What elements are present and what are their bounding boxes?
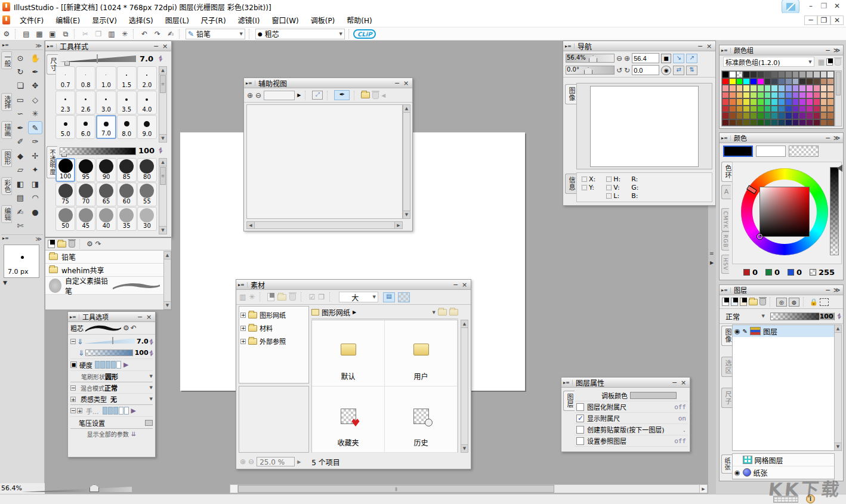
swatch-3-13[interactable]: [813, 92, 820, 99]
chevron-double-down-icon[interactable]: ⇊: [131, 431, 136, 437]
swatch-3-15[interactable]: [827, 92, 834, 99]
sv-cursor[interactable]: [757, 234, 762, 239]
nav-rotate-input[interactable]: [632, 65, 659, 75]
swatch-6-5[interactable]: [757, 112, 764, 119]
layers-titlebar[interactable]: ▸≡ 图层 − ≫: [720, 285, 843, 295]
opacity-cell-100[interactable]: 100: [55, 158, 75, 182]
paper-row-0[interactable]: ◉网格图层: [733, 454, 834, 466]
panel-menu-icon[interactable]: ▸≡: [721, 287, 731, 293]
scroll-right-arrow[interactable]: ▶: [699, 485, 707, 493]
swatch-6-6[interactable]: [764, 112, 771, 119]
doc-close-button[interactable]: ✕: [830, 16, 844, 25]
panel-menu-icon[interactable]: ▸≡: [721, 135, 731, 141]
swatch-1-1[interactable]: [729, 78, 736, 85]
main-color-swatch[interactable]: [723, 146, 753, 157]
nav-zoom-input[interactable]: [632, 53, 659, 63]
opacity-cell-35[interactable]: 35: [117, 207, 137, 231]
swatch-2-8[interactable]: [778, 85, 785, 92]
swatch-0-12[interactable]: [806, 71, 813, 78]
draw-target-icon[interactable]: ✎: [743, 328, 748, 335]
menu-item-4[interactable]: 图层(L): [159, 13, 195, 27]
layer-props-tab[interactable]: 图层: [563, 391, 575, 411]
swatch-1-15[interactable]: [827, 78, 834, 85]
open-button-icon[interactable]: ▦: [33, 29, 45, 39]
opacity-cell-50[interactable]: 50: [55, 207, 75, 231]
swatch-4-7[interactable]: [771, 98, 778, 106]
swatch-2-2[interactable]: [736, 85, 743, 92]
swatch-3-7[interactable]: [771, 92, 778, 99]
swatch-4-15[interactable]: [827, 98, 834, 106]
minimize-panel-icon[interactable]: −: [823, 47, 832, 54]
minimize-panel-icon[interactable]: −: [696, 42, 705, 50]
opt-size-stepper[interactable]: ▲▼: [150, 338, 153, 345]
new-document-button-icon[interactable]: ▤: [20, 29, 32, 39]
mask-icon[interactable]: ◎: [776, 298, 787, 307]
opt-opacity-stepper[interactable]: ▲▼: [150, 350, 153, 357]
undo-button-icon[interactable]: ↶: [138, 29, 150, 39]
prop-checkbox[interactable]: [576, 403, 584, 411]
aux-h-scrollbar[interactable]: ◀ ▶: [246, 221, 403, 229]
swatch-4-13[interactable]: [813, 98, 820, 106]
size-slider[interactable]: [60, 55, 136, 63]
swatch-7-5[interactable]: [757, 119, 764, 126]
menu-item-7[interactable]: 窗口(W): [265, 13, 304, 27]
swatch-7-3[interactable]: [743, 119, 750, 126]
swatch-7-9[interactable]: [785, 119, 792, 126]
scroll-thumb[interactable]: ⦀: [238, 485, 554, 493]
swatch-7-14[interactable]: [820, 119, 828, 126]
swatch-2-15[interactable]: [827, 85, 834, 92]
tool-style-titlebar[interactable]: ▸≡ 工具样式 − ×: [45, 41, 171, 51]
swatch-7-4[interactable]: [750, 119, 757, 126]
tip-combo[interactable]: ● 粗芯▼: [255, 29, 345, 39]
swatch-6-2[interactable]: [736, 112, 743, 119]
size-cell-6.0[interactable]: 6.0: [76, 115, 95, 139]
opacity-scrollbar[interactable]: ▲≡▼: [159, 158, 167, 234]
save-as-button-icon[interactable]: ⧉: [60, 29, 72, 39]
close-panel-icon[interactable]: ×: [144, 313, 153, 321]
zoom-in-icon[interactable]: ⊕: [624, 54, 630, 63]
nav-zoom-slider[interactable]: 56.4%: [566, 54, 615, 63]
texture-value[interactable]: 无: [110, 394, 117, 404]
swatch-6-3[interactable]: [743, 112, 750, 119]
close-panel-icon[interactable]: ×: [402, 79, 410, 87]
swatch-0-7[interactable]: [771, 71, 778, 78]
swatch-5-1[interactable]: [729, 106, 736, 113]
swatch-4-9[interactable]: [785, 98, 792, 106]
opacity-cell-40[interactable]: 40: [96, 207, 116, 231]
swatch-2-14[interactable]: [820, 85, 828, 92]
show-all-params[interactable]: 显示全部的参数: [87, 429, 129, 438]
swatch-3-0[interactable]: [722, 92, 729, 99]
swatch-6-1[interactable]: [729, 112, 736, 119]
aux-view-titlebar[interactable]: ▸≡ 辅助视图 − ×: [244, 78, 412, 88]
minimize-panel-icon[interactable]: −: [393, 79, 402, 87]
swatch-5-8[interactable]: [778, 106, 785, 113]
scroll-left-box[interactable]: [230, 485, 238, 493]
materials-tree-item-1[interactable]: +材料: [240, 321, 307, 335]
swatch-1-8[interactable]: [778, 78, 785, 85]
settings-button-icon[interactable]: ⚙: [1, 29, 13, 39]
layer-side-tab-尺子[interactable]: 尺子: [721, 388, 733, 408]
material-item-0[interactable]: 默认: [312, 320, 385, 386]
opacity-slider[interactable]: [60, 147, 136, 155]
swatch-5-0[interactable]: [722, 106, 729, 113]
close-panel-icon[interactable]: ×: [679, 379, 688, 386]
menu-item-6[interactable]: 滤镜(I): [232, 13, 266, 27]
swatch-2-4[interactable]: [750, 85, 757, 92]
swatch-6-13[interactable]: [813, 112, 820, 119]
swatch-7-1[interactable]: [729, 119, 736, 126]
prop-checkbox[interactable]: [576, 426, 584, 434]
swatch-7-8[interactable]: [778, 119, 785, 126]
swatch-2-9[interactable]: [785, 85, 792, 92]
tool-options-titlebar[interactable]: ▸≡ 工具选项 − ×: [68, 312, 155, 322]
size-cell-5.0[interactable]: 5.0: [55, 115, 75, 139]
swatch-4-5[interactable]: [757, 98, 764, 106]
opacity-cell-85[interactable]: 85: [117, 158, 137, 182]
swatch-4-11[interactable]: [799, 98, 806, 106]
size-cell-0.8[interactable]: 0.8: [76, 66, 95, 90]
swatch-2-1[interactable]: [729, 85, 736, 92]
expand-panel-icon[interactable]: ≫: [832, 286, 841, 294]
pen-tool[interactable]: ✒: [13, 121, 27, 134]
swatch-0-5[interactable]: [757, 71, 764, 78]
color-set-combo[interactable]: 标准颜色组(1.2.0)▼: [723, 57, 814, 67]
tool-combo[interactable]: ✎ 铅笔▼: [186, 29, 245, 39]
